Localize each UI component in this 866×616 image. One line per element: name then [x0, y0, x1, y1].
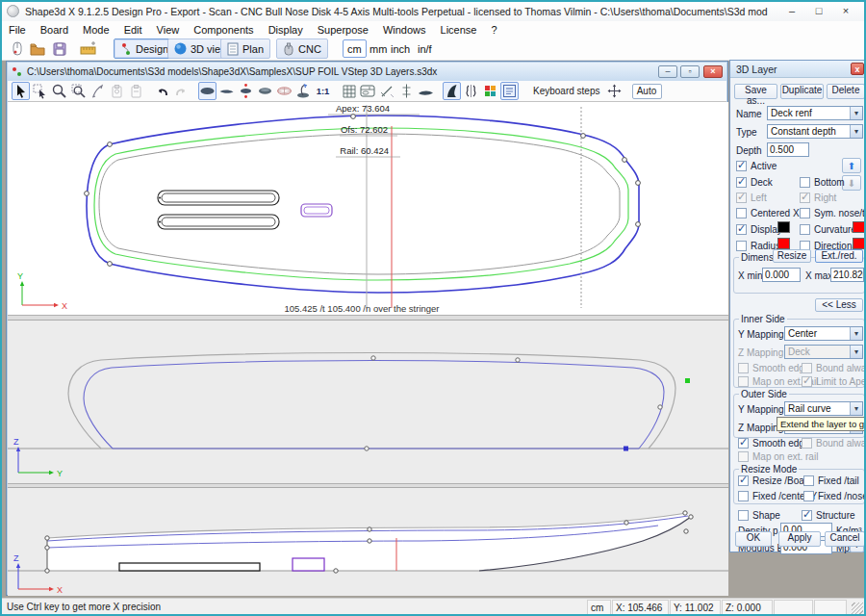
sym-nose-tail-checkbox[interactable]: Sym. nose/tail	[800, 207, 866, 219]
deck-view-icon[interactable]	[256, 82, 274, 100]
panel-title-bar[interactable]: 3D Layer x	[730, 61, 866, 78]
copy-tool-icon[interactable]	[108, 82, 126, 100]
menu-item-components[interactable]: Components	[193, 24, 253, 36]
auto-button[interactable]: Auto	[632, 84, 662, 99]
fin-boxes[interactable]	[158, 191, 279, 229]
bottom-checkbox[interactable]: Bottom	[800, 176, 845, 189]
select-tool-icon[interactable]	[12, 82, 30, 100]
chevron-down-icon[interactable]: ▾	[850, 125, 862, 138]
fin-box-profile[interactable]	[119, 563, 260, 571]
cnc-button[interactable]: CNC	[276, 38, 328, 59]
s-curves-icon[interactable]	[462, 82, 480, 100]
paste-tool-icon[interactable]	[127, 82, 145, 100]
fin-tool-icon[interactable]	[443, 82, 461, 100]
type-select[interactable]: Constant depth ▾	[767, 124, 863, 139]
chevron-down-icon[interactable]: ▾	[850, 327, 862, 340]
open-folder-icon[interactable]	[29, 40, 46, 58]
menu-item-board[interactable]: Board	[40, 24, 68, 36]
curvature-checkbox[interactable]: Curvature	[800, 223, 856, 236]
zoom-tool-icon[interactable]	[50, 82, 68, 100]
outer-y-mapping-select[interactable]: Rail curve ▾	[784, 401, 863, 416]
unit-cm-button[interactable]: cm	[343, 39, 367, 58]
delete-button[interactable]: Delete	[827, 84, 865, 99]
name-select[interactable]: Deck renf ▾	[767, 106, 863, 120]
save-icon[interactable]	[51, 40, 68, 58]
doc-restore-button[interactable]: ▫	[680, 65, 700, 78]
color-layers-icon[interactable]	[481, 82, 499, 100]
structure-checkbox[interactable]: ✓Structure	[802, 509, 855, 522]
resize-button[interactable]: Resize	[773, 249, 811, 263]
grid-icon[interactable]	[340, 82, 358, 100]
display-color-swatch[interactable]	[777, 221, 790, 233]
radius-color-swatch[interactable]	[777, 238, 790, 249]
menu-item-file[interactable]: File	[9, 24, 26, 36]
rotate-3d-icon[interactable]	[294, 82, 313, 100]
display-checkbox[interactable]: ✓Display	[736, 223, 782, 236]
outline-view-pane[interactable]: Apex: 73.604 Ofs: 72.602 Rail: 60.424 10…	[8, 102, 728, 316]
chevron-down-icon[interactable]: ▾	[850, 402, 862, 415]
fixed-nose-checkbox[interactable]: Fixed /nose	[803, 490, 866, 502]
unit-inch-button[interactable]: inch	[387, 39, 414, 58]
x-max-input[interactable]: 210.826	[830, 268, 864, 282]
rocker-view-icon[interactable]	[217, 82, 236, 100]
unit-inf-button[interactable]: in/f	[414, 39, 436, 58]
menu-item-help[interactable]: ?	[491, 24, 497, 36]
depth-input[interactable]: 0.500	[767, 142, 809, 157]
apply-button[interactable]: Apply	[778, 531, 821, 547]
curvature-color-swatch[interactable]	[853, 221, 865, 233]
cancel-button[interactable]: Cancel	[825, 531, 865, 547]
control-points[interactable]	[365, 356, 690, 451]
doc-minimize-button[interactable]: –	[658, 65, 677, 78]
active-checkbox[interactable]: ✓Active	[736, 160, 777, 172]
save-as-button[interactable]: Save as...	[734, 84, 777, 99]
plug-box[interactable]	[301, 204, 332, 217]
move-up-button[interactable]: ⬆	[842, 158, 861, 173]
measure-icon[interactable]	[378, 82, 396, 100]
doc-close-button[interactable]: ×	[703, 65, 723, 78]
menu-item-license[interactable]: License	[441, 24, 477, 36]
menu-item-display[interactable]: Display	[268, 24, 303, 36]
wireframe-view-icon[interactable]	[275, 82, 293, 100]
ok-button[interactable]: OK	[735, 531, 772, 547]
plan-button[interactable]: Plan	[220, 38, 270, 59]
less-button[interactable]: << Less	[815, 298, 863, 312]
shape-checkbox[interactable]: Shape	[738, 509, 780, 522]
ext-red-button[interactable]: Ext./red.	[815, 249, 863, 263]
plug-profile[interactable]	[293, 558, 324, 571]
profile-view-pane[interactable]: Z X	[8, 488, 728, 596]
properties-panel-icon[interactable]	[500, 82, 519, 100]
centerline-icon[interactable]	[397, 82, 416, 100]
menu-item-view[interactable]: View	[157, 24, 180, 36]
move-steps-icon[interactable]	[605, 82, 624, 100]
menu-item-edit[interactable]: Edit	[124, 24, 142, 36]
zoom-area-tool-icon[interactable]	[69, 82, 88, 100]
rail-curve-icon[interactable]	[417, 82, 435, 100]
close-button[interactable]: ×	[833, 4, 858, 18]
deck-checkbox[interactable]: ✓Deck	[736, 176, 773, 189]
resize-grip[interactable]	[852, 603, 863, 614]
inner-y-mapping-select[interactable]: Center ▾	[784, 326, 863, 341]
outer-smooth-edge-checkbox[interactable]: ✓Smooth edge	[738, 437, 810, 449]
menu-item-superpose[interactable]: Superpose	[318, 24, 369, 36]
redo-icon[interactable]	[172, 82, 191, 100]
ruler-icon[interactable]	[79, 40, 96, 58]
directional-color-swatch[interactable]	[853, 238, 865, 249]
x-min-input[interactable]: 0.000	[762, 268, 801, 282]
outline-view-icon[interactable]	[198, 82, 216, 100]
menu-item-mode[interactable]: Mode	[83, 24, 110, 36]
maximize-button[interactable]: □	[806, 4, 831, 18]
pointer-tool-icon[interactable]	[9, 40, 26, 58]
resize-board-checkbox[interactable]: ✓Resize /Board	[738, 475, 813, 487]
centered-x-checkbox[interactable]: Centered X	[736, 207, 800, 219]
slices-panel-icon[interactable]	[359, 82, 377, 100]
pan-hand-tool-icon[interactable]	[89, 82, 107, 100]
fixed-tail-checkbox[interactable]: Fixed /tail	[803, 475, 859, 487]
document-title-bar[interactable]: C:\Users\thoma\Documents\S3d models\Shap…	[8, 63, 726, 81]
undo-icon[interactable]	[153, 82, 171, 100]
section-view-pane[interactable]: Z Y	[8, 321, 728, 484]
menu-item-windows[interactable]: Windows	[383, 24, 426, 36]
thickness-view-icon[interactable]	[237, 82, 255, 100]
chevron-down-icon[interactable]: ▾	[850, 107, 862, 119]
minimize-button[interactable]: –	[779, 4, 804, 18]
design-mode-button[interactable]: Design	[114, 38, 175, 59]
